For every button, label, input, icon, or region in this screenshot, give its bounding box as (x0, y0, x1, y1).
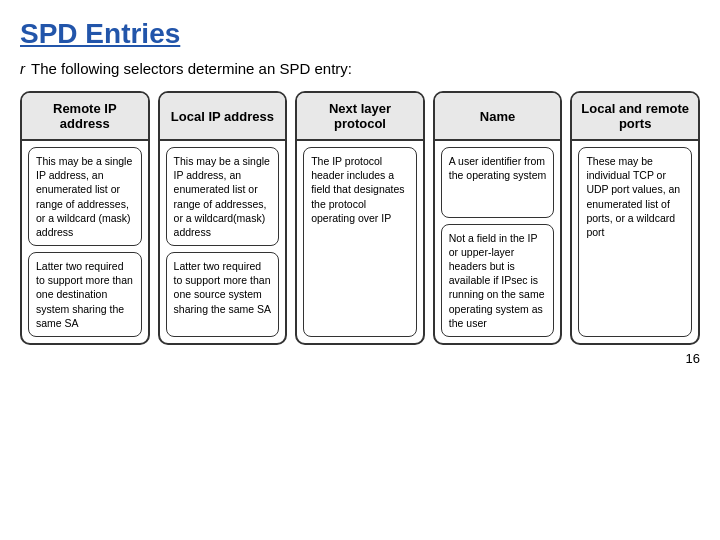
card-next-layer-sub1: The IP protocol header includes a field … (303, 147, 417, 337)
card-remote-ip: Remote IP address This may be a single I… (20, 91, 150, 345)
cards-row: Remote IP address This may be a single I… (20, 91, 700, 345)
card-remote-ip-sub1: This may be a single IP address, an enum… (28, 147, 142, 246)
card-name-sub1: A user identifier from the operating sys… (441, 147, 555, 218)
page-number: 16 (20, 351, 700, 366)
card-name-body: A user identifier from the operating sys… (435, 141, 561, 343)
card-local-ip: Local IP address This may be a single IP… (158, 91, 288, 345)
card-local-ip-body: This may be a single IP address, an enum… (160, 141, 286, 343)
subtitle-text: The following selectors determine an SPD… (31, 60, 352, 77)
card-ports: Local and remote ports These may be indi… (570, 91, 700, 345)
card-name: Name A user identifier from the operatin… (433, 91, 563, 345)
card-name-header: Name (435, 93, 561, 141)
card-remote-ip-header: Remote IP address (22, 93, 148, 141)
card-next-layer-header: Next layer protocol (297, 93, 423, 141)
card-local-ip-header: Local IP address (160, 93, 286, 141)
card-name-sub2: Not a field in the IP or upper-layer hea… (441, 224, 555, 337)
card-ports-header: Local and remote ports (572, 93, 698, 141)
page-title: SPD Entries (20, 18, 700, 50)
card-ports-sub2: These may be individual TCP or UDP port … (578, 147, 692, 337)
card-next-layer-body: The IP protocol header includes a field … (297, 141, 423, 343)
bullet: r (20, 60, 25, 77)
card-remote-ip-body: This may be a single IP address, an enum… (22, 141, 148, 343)
card-local-ip-sub1: This may be a single IP address, an enum… (166, 147, 280, 246)
card-remote-ip-sub2: Latter two required to support more than… (28, 252, 142, 337)
card-local-ip-sub2: Latter two required to support more than… (166, 252, 280, 337)
card-ports-body: These may be individual TCP or UDP port … (572, 141, 698, 343)
card-next-layer: Next layer protocol The IP protocol head… (295, 91, 425, 345)
